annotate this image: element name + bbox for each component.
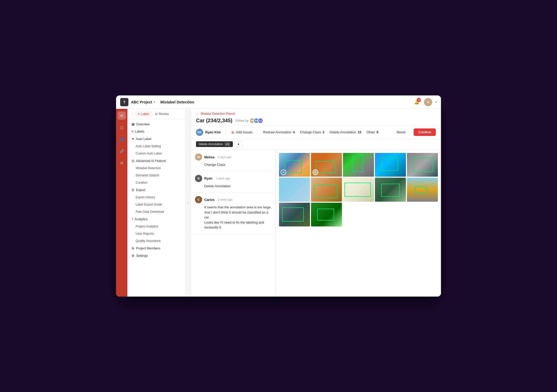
export-icon: ⊟ bbox=[132, 188, 134, 192]
sidebar-item-mislabel-detection[interactable]: Mislabel Detection bbox=[127, 165, 185, 172]
filter-dropdown-button[interactable]: ▾ bbox=[235, 141, 242, 148]
sidebar-item-analytics[interactable]: ⌇ Analytics bbox=[127, 215, 185, 223]
comment-avatar-3: C bbox=[195, 196, 202, 203]
sidebar-item-settings[interactable]: ⚙ Settings bbox=[127, 252, 185, 259]
icon-dashboard[interactable]: ⊞ bbox=[118, 111, 126, 120]
project-name: ABC Project bbox=[131, 100, 152, 104]
image-bg-11 bbox=[279, 203, 310, 226]
sidebar-item-auto-label[interactable]: ✦ Auto Label bbox=[127, 135, 185, 143]
bbox-9 bbox=[381, 184, 400, 197]
bbox-4 bbox=[381, 158, 398, 171]
bbox-11 bbox=[282, 207, 304, 222]
image-cell-7[interactable] bbox=[311, 178, 342, 201]
sidebar-nav-tabs: ↑ ✏ Label ⊡ Review bbox=[127, 109, 185, 119]
change-class-action[interactable]: Change Class 2 bbox=[300, 130, 324, 134]
notification-button[interactable]: 🔔 13 bbox=[413, 98, 421, 106]
image-cell-2[interactable]: M bbox=[311, 153, 342, 177]
icon-database[interactable]: ◫ bbox=[118, 123, 126, 132]
sidebar-item-semantic-search[interactable]: Semantic Search bbox=[127, 172, 185, 179]
icon-user[interactable]: 👤 bbox=[118, 135, 126, 143]
user-menu-chevron[interactable]: ▾ bbox=[435, 100, 437, 104]
comment-header-2: R Ryan 1 week ago bbox=[195, 175, 272, 182]
breadcrumb[interactable]: ← Mislabe Detection Result bbox=[196, 112, 436, 116]
sidebar-item-custom-auto-label[interactable]: Custom Auto Label bbox=[127, 150, 185, 157]
content-header: ← Mislabe Detection Result Car (234/2,34… bbox=[191, 109, 441, 126]
comment-item-3: C Carlos 2 week ago It seems that the an… bbox=[191, 192, 276, 234]
tab-label[interactable]: ✏ Label bbox=[135, 111, 151, 117]
image-bg-3 bbox=[343, 153, 374, 177]
user-avatar-button[interactable]: U bbox=[424, 98, 432, 106]
image-bg-5 bbox=[407, 153, 438, 177]
app-icon: T bbox=[120, 98, 128, 106]
filter-chip[interactable]: Delete Annotation +1 bbox=[196, 141, 233, 147]
confirm-button[interactable]: Confirm bbox=[414, 128, 436, 136]
sidebar-section: ▦ Overview ≡ Labels ✦ Auto Label Auto La… bbox=[127, 119, 185, 260]
image-cell-3[interactable] bbox=[343, 153, 374, 177]
redraw-annotation-action[interactable]: Redraw Annotation 4 bbox=[263, 130, 295, 134]
image-cell-12[interactable] bbox=[311, 203, 342, 226]
comment-avatar-2: R bbox=[195, 175, 202, 182]
sidebar-item-export-history[interactable]: Export History bbox=[127, 194, 185, 201]
sidebar-item-advanced-ai[interactable]: ◎ Advanced AI Feature bbox=[127, 157, 185, 165]
filter-chip-label: Delete Annotation bbox=[199, 142, 223, 146]
tab-review[interactable]: ⊡ Review bbox=[152, 111, 171, 117]
sidebar-item-export[interactable]: ⊟ Export bbox=[127, 186, 185, 194]
image-cell-8[interactable] bbox=[343, 178, 374, 201]
other-action[interactable]: Ohter 9 bbox=[366, 130, 378, 134]
breadcrumb-arrow-icon: ← bbox=[196, 112, 199, 116]
comment-text-3: It seems that the annotation area is too… bbox=[195, 205, 272, 230]
analytics-icon: ⌇ bbox=[132, 217, 133, 221]
image-cell-10[interactable] bbox=[407, 178, 438, 201]
bbox-12 bbox=[317, 209, 334, 221]
sidebar-collapse-button[interactable]: « bbox=[186, 109, 191, 297]
labels-icon: ≡ bbox=[132, 130, 133, 133]
delete-annotation-action[interactable]: Delete Annotation 15 bbox=[330, 130, 361, 134]
top-bar-actions: 🔔 13 U ▾ bbox=[413, 98, 437, 106]
reset-button[interactable]: Reset bbox=[394, 129, 408, 136]
sidebar-item-curation[interactable]: Curation bbox=[127, 179, 185, 186]
sidebar-item-labels[interactable]: ≡ Labels bbox=[127, 128, 185, 135]
image-bg-9 bbox=[375, 178, 406, 201]
collapse-icon: « bbox=[187, 201, 189, 204]
top-bar-middle: Mislabel Detection bbox=[155, 100, 413, 104]
filter-bar: Delete Annotation +1 ▾ bbox=[191, 139, 441, 150]
comment-name-2: Ryan bbox=[204, 176, 212, 180]
page-title: Car (234/2,345) bbox=[196, 118, 232, 124]
add-issues-icon: ⊕ bbox=[231, 130, 234, 134]
image-cell-4[interactable] bbox=[375, 153, 406, 177]
comment-time-1: 2 days ago bbox=[218, 156, 232, 159]
image-bg-6 bbox=[279, 178, 310, 201]
image-cell-11[interactable] bbox=[279, 203, 310, 226]
comment-name-1: Melisa bbox=[204, 155, 215, 159]
sidebar-item-overview[interactable]: ▦ Overview bbox=[127, 120, 185, 128]
sidebar-item-label-export-guide[interactable]: Label Export Guide bbox=[127, 201, 185, 208]
filter-chip-badge: +1 bbox=[225, 142, 231, 146]
image-bg-10 bbox=[407, 178, 438, 201]
sidebar-item-quality-assurance[interactable]: Quality Assurance bbox=[127, 237, 185, 244]
bbox-10 bbox=[415, 186, 427, 193]
sidebar-back-button[interactable]: ↑ bbox=[130, 111, 134, 117]
sidebar-item-auto-label-setting[interactable]: Auto Label Setting bbox=[127, 143, 185, 150]
sidebar-item-user-reports[interactable]: User Reports bbox=[127, 230, 185, 237]
sidebar-item-project-members[interactable]: ⊛ Project Members bbox=[127, 244, 185, 252]
image-cell-1[interactable]: R bbox=[279, 153, 310, 177]
image-cell-9[interactable] bbox=[375, 178, 406, 201]
sidebar-item-project-analytics[interactable]: Project Analytics bbox=[127, 223, 185, 230]
review-icon: ⊡ bbox=[155, 112, 158, 116]
comment-text-1: Change Class bbox=[195, 162, 272, 167]
top-bar: T ABC Project ▾ Mislabel Detection 🔔 13 … bbox=[116, 95, 441, 109]
add-issues-button[interactable]: ⊕ Add Issues bbox=[231, 130, 252, 134]
sidebar-item-raw-data-download[interactable]: Raw Data Download bbox=[127, 208, 185, 215]
bbox-8 bbox=[345, 183, 371, 197]
sidebar: ↑ ✏ Label ⊡ Review ▦ Overview ≡ Labels bbox=[127, 109, 186, 297]
image-cell-6[interactable] bbox=[279, 178, 310, 201]
breadcrumb-label: Mislabe Detection Result bbox=[201, 112, 235, 116]
comment-time-3: 2 week ago bbox=[218, 198, 232, 201]
icon-link[interactable]: 🔗 bbox=[118, 147, 126, 155]
bbox-5 bbox=[413, 158, 433, 172]
toolbar-user-avatar: RK bbox=[196, 129, 203, 136]
icon-settings[interactable]: ⚙ bbox=[118, 159, 126, 167]
image-cell-5[interactable] bbox=[407, 153, 438, 177]
toolbar: RK Ryan Kim ⊕ Add Issues Redraw Annotati… bbox=[191, 126, 441, 139]
bbox-2 bbox=[316, 161, 336, 173]
